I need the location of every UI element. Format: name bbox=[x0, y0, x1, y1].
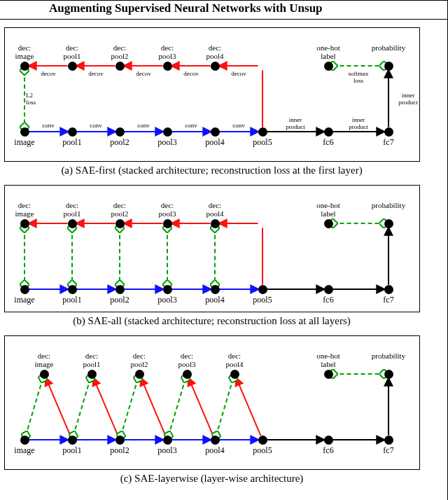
caption-c: (c) SAE-layerwise (layer-wise architectu… bbox=[4, 473, 419, 485]
node-pool4 bbox=[211, 436, 220, 445]
node-image bbox=[20, 436, 29, 445]
node-top-5 bbox=[324, 370, 333, 379]
node-pool1 bbox=[68, 127, 77, 137]
svg-line-51 bbox=[189, 378, 214, 436]
label-top-4: dec: pool4 bbox=[194, 43, 236, 60]
figure-a: convconvconvconvconvinner productinner p… bbox=[4, 27, 420, 162]
label-top-2: dec: pool2 bbox=[118, 352, 160, 368]
svg-line-53 bbox=[237, 378, 261, 436]
node-top-5 bbox=[324, 219, 333, 228]
node-top-4 bbox=[211, 219, 220, 228]
node-top-6 bbox=[384, 219, 393, 228]
node-image bbox=[20, 127, 29, 137]
figure-c: imagepool1pool2pool3pool4pool5fc6fc7dec:… bbox=[4, 335, 420, 470]
node-top-0 bbox=[40, 370, 49, 379]
node-pool5 bbox=[258, 436, 267, 445]
label-pool4: pool4 bbox=[194, 137, 236, 148]
label-pool2: pool2 bbox=[99, 295, 141, 305]
node-fc6 bbox=[324, 436, 333, 445]
label-top-5: one-hot label bbox=[307, 43, 349, 60]
label-fc6: fc6 bbox=[307, 295, 349, 305]
figure-b: imagepool1pool2pool3pool4pool5fc6fc7dec:… bbox=[4, 185, 420, 312]
node-pool5 bbox=[258, 285, 267, 294]
node-top-3 bbox=[163, 62, 172, 71]
node-pool1 bbox=[68, 285, 77, 294]
label-pool1: pool1 bbox=[51, 137, 93, 148]
svg-line-54 bbox=[216, 378, 233, 436]
node-pool2 bbox=[115, 285, 125, 294]
node-top-3 bbox=[183, 370, 192, 379]
node-pool2 bbox=[115, 127, 125, 137]
label-fc6: fc6 bbox=[307, 137, 349, 148]
caption-b: (b) SAE-all (stacked architecture; recon… bbox=[4, 315, 419, 327]
label-pool1: pool1 bbox=[51, 445, 93, 456]
node-pool4 bbox=[211, 285, 220, 294]
label-fc7: fc7 bbox=[368, 137, 410, 148]
label-top-4: dec: pool4 bbox=[214, 352, 255, 368]
label-top-6: probability bbox=[368, 201, 410, 209]
node-top-1 bbox=[68, 62, 77, 71]
label-image: image bbox=[4, 295, 46, 305]
label-top-5: one-hot label bbox=[307, 201, 349, 218]
node-top-0 bbox=[20, 219, 29, 228]
label-image: image bbox=[4, 445, 46, 456]
node-top-2 bbox=[115, 62, 125, 71]
node-pool5 bbox=[258, 127, 267, 137]
label-pool5: pool5 bbox=[241, 137, 284, 148]
label-top-4: dec: pool4 bbox=[194, 201, 236, 218]
node-pool3 bbox=[163, 127, 172, 137]
node-top-2 bbox=[115, 219, 125, 228]
svg-line-48 bbox=[74, 378, 90, 436]
label-fc6: fc6 bbox=[307, 445, 349, 456]
node-top-4 bbox=[230, 370, 239, 379]
svg-line-45 bbox=[46, 378, 71, 436]
node-image bbox=[20, 285, 29, 294]
label-image: image bbox=[4, 137, 46, 148]
svg-line-52 bbox=[169, 378, 186, 436]
label-top-3: dec: pool3 bbox=[166, 352, 208, 368]
node-fc7 bbox=[384, 127, 393, 137]
node-top-6 bbox=[384, 62, 393, 71]
page: Augmenting Supervised Neural Networks wi… bbox=[0, 0, 448, 500]
label-top-6: probability bbox=[368, 43, 410, 52]
label-fc7: fc7 bbox=[368, 445, 410, 456]
label-pool1: pool1 bbox=[51, 295, 93, 305]
node-top-2 bbox=[135, 370, 144, 379]
label-top-3: dec: pool3 bbox=[146, 201, 188, 218]
label-top-2: dec: pool2 bbox=[99, 201, 141, 218]
svg-line-46 bbox=[26, 378, 43, 436]
paper-title: Augmenting Supervised Neural Networks wi… bbox=[0, 1, 447, 20]
node-pool3 bbox=[163, 436, 172, 445]
label-pool4: pool4 bbox=[194, 295, 236, 305]
label-pool3: pool3 bbox=[146, 137, 188, 148]
node-fc6 bbox=[324, 285, 333, 294]
label-top-1: dec: pool1 bbox=[51, 201, 93, 218]
figure-stack: convconvconvconvconvinner productinner p… bbox=[4, 27, 419, 493]
svg-line-49 bbox=[141, 378, 166, 436]
node-pool4 bbox=[211, 127, 220, 137]
label-pool3: pool3 bbox=[146, 295, 188, 305]
label-pool4: pool4 bbox=[194, 445, 236, 456]
node-top-5 bbox=[324, 62, 333, 71]
label-top-1: dec: pool1 bbox=[51, 43, 93, 60]
caption-a: (a) SAE-first (stacked architecture; rec… bbox=[4, 165, 419, 176]
label-top-0: dec: image bbox=[23, 352, 65, 368]
node-top-1 bbox=[88, 370, 97, 379]
label-top-6: probability bbox=[368, 352, 410, 360]
label-top-2: dec: pool2 bbox=[99, 43, 141, 60]
label-top-3: dec: pool3 bbox=[146, 43, 188, 60]
node-fc7 bbox=[384, 436, 393, 445]
node-top-3 bbox=[163, 219, 172, 228]
node-fc6 bbox=[324, 127, 333, 137]
node-top-4 bbox=[211, 62, 220, 71]
label-pool2: pool2 bbox=[99, 445, 141, 456]
node-top-0 bbox=[20, 62, 29, 71]
label-top-5: one-hot label bbox=[307, 352, 349, 368]
node-top-1 bbox=[68, 219, 77, 228]
label-top-1: dec: pool1 bbox=[71, 352, 113, 368]
node-top-6 bbox=[384, 370, 393, 379]
node-fc7 bbox=[384, 285, 393, 294]
label-top-0: dec: image bbox=[4, 201, 46, 218]
label-pool2: pool2 bbox=[99, 137, 141, 148]
label-fc7: fc7 bbox=[368, 295, 410, 305]
